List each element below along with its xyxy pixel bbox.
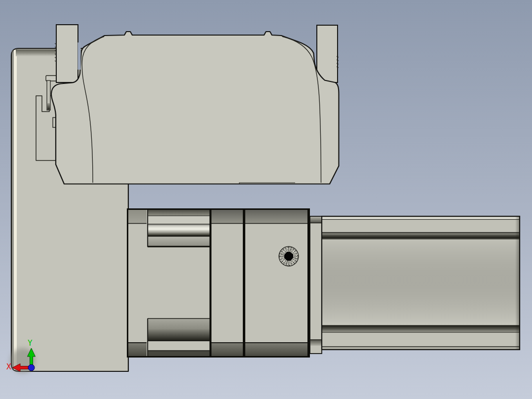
pocket-lower-light [148,341,210,351]
rail-right-shade [515,217,519,349]
pocket-below-rod [148,236,210,246]
tab-gap-left [78,42,81,70]
pocket-top-face [148,216,210,224]
pocket-top-shadow [148,209,210,216]
carriage-blockC-bottom [211,343,243,357]
drive-rod-upper[interactable] [148,224,210,236]
carriage-block[interactable] [127,208,310,358]
origin-point[interactable] [28,364,35,371]
carriage-blockA-bottom [128,343,147,357]
carriage-blockA-top [128,209,147,223]
mounting-tab-left[interactable] [55,25,78,82]
carriage-blockD-top [245,209,308,223]
rail-groove-bottom [322,325,520,332]
panel-left-highlight [14,50,17,370]
connector-bottom-strip [310,340,321,346]
rail-groove-top [322,233,520,239]
pocket-lower-face [148,319,210,329]
motor-housing[interactable] [51,32,339,184]
model-drawing: X Y [0,0,532,399]
carriage-divider-2 [243,208,245,358]
motor-housing-body[interactable] [51,32,339,184]
y-axis-label: Y [28,338,33,348]
drive-rod-lower-shadow [148,329,210,341]
panel-left-shade [12,50,14,369]
x-axis-label: X [6,362,11,371]
rail-face [322,239,520,325]
connector-block[interactable] [310,216,322,354]
cad-viewport[interactable]: X Y [0,0,532,399]
connector-top-strip [310,217,321,223]
carriage-blockD-bottom [245,343,308,357]
pocket-lower-dark-strip [148,351,210,357]
sensor-pin-tip [47,103,50,110]
guide-rail[interactable] [322,216,520,350]
carriage-divider-1 [210,208,212,358]
carriage-blockC-top [211,209,243,223]
mounting-tab-right[interactable] [317,25,339,82]
